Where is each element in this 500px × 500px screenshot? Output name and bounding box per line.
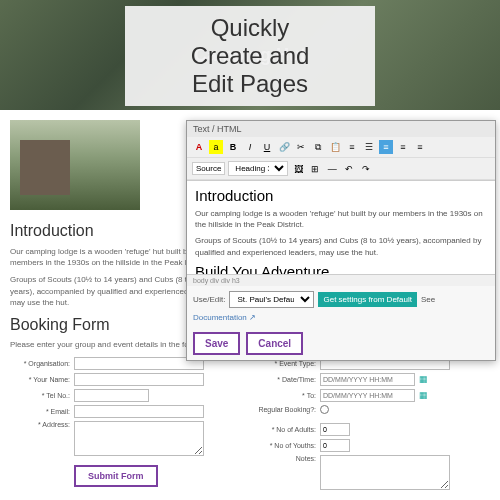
label-dt: * Date/Time: [256,376,316,383]
cut-icon[interactable]: ✂ [294,140,308,154]
label-youths: * No of Youths: [256,442,316,449]
editor-content[interactable]: Introduction Our camping lodge is a wood… [187,180,495,275]
editor-panel: Text / HTML A a B I U 🔗 ✂ ⧉ 📋 ≡ ☰ ≡ ≡ ≡ … [186,120,496,361]
link-icon[interactable]: 🔗 [277,140,291,154]
email-input[interactable] [74,405,204,418]
label-addr: * Address: [10,421,70,428]
submit-button[interactable]: Submit Form [74,465,158,487]
label-name: * Your Name: [10,376,70,383]
dt-input[interactable] [320,373,415,386]
reg-radio[interactable] [320,405,329,414]
paste-icon[interactable]: 📋 [328,140,342,154]
hut-photo [10,120,140,210]
bold-icon[interactable]: B [226,140,240,154]
ed-h1: Introduction [195,187,487,204]
underline-icon[interactable]: U [260,140,274,154]
ed-p2: Groups of Scouts (10½ to 14 years) and C… [195,235,487,257]
label-notes: Notes: [256,455,316,462]
highlight-icon[interactable]: a [209,140,223,154]
editor-title: Text / HTML [187,121,495,137]
addr-input[interactable] [74,421,204,456]
editor-toolbar-2: Source Heading 3 🖼 ⊞ — ↶ ↷ [187,158,495,180]
label-email: * Email: [10,408,70,415]
table-icon[interactable]: ⊞ [308,162,322,176]
image-icon[interactable]: 🖼 [291,162,305,176]
to-input[interactable] [320,389,415,402]
style-select[interactable]: Heading 3 [228,161,288,176]
align-left-icon[interactable]: ≡ [379,140,393,154]
tel-input[interactable] [74,389,149,402]
label-to: * To: [256,392,316,399]
label-tel: * Tel No.: [10,392,70,399]
name-input[interactable] [74,373,204,386]
ul-icon[interactable]: ☰ [362,140,376,154]
ed-h2: Build You Adventure [195,263,487,275]
label-adults: * No of Adults: [256,426,316,433]
adults-input[interactable] [320,423,350,436]
calendar-icon[interactable]: ▦ [419,390,429,400]
undo-icon[interactable]: ↶ [342,162,356,176]
save-button[interactable]: Save [193,332,240,355]
breadcrumb[interactable]: body div div h3 [187,275,495,286]
banner-line1: Quickly Create and [185,14,315,70]
get-settings-button[interactable]: Get settings from Default [318,292,416,307]
copy-icon[interactable]: ⧉ [311,140,325,154]
use-edit-label: Use/Edit: [193,295,225,304]
calendar-icon[interactable]: ▦ [419,374,429,384]
align-center-icon[interactable]: ≡ [396,140,410,154]
italic-icon[interactable]: I [243,140,257,154]
hr-icon[interactable]: — [325,162,339,176]
doc-link[interactable]: Documentation ↗ [193,313,256,322]
overlay-banner: Quickly Create and Edit Pages [125,6,375,106]
notes-input[interactable] [320,455,450,490]
ed-p1: Our camping lodge is a wooden 'refuge' h… [195,208,487,230]
banner-line2: Edit Pages [185,70,315,98]
source-button[interactable]: Source [192,162,225,175]
font-color-icon[interactable]: A [192,140,206,154]
youths-input[interactable] [320,439,350,452]
ol-icon[interactable]: ≡ [345,140,359,154]
redo-icon[interactable]: ↷ [359,162,373,176]
use-edit-select[interactable]: St. Paul's Default [229,291,314,308]
editor-toolbar-1: A a B I U 🔗 ✂ ⧉ 📋 ≡ ☰ ≡ ≡ ≡ [187,137,495,158]
org-input[interactable] [74,357,204,370]
see-label: See [421,295,435,304]
align-right-icon[interactable]: ≡ [413,140,427,154]
cancel-button[interactable]: Cancel [246,332,303,355]
label-org: * Organisation: [10,360,70,367]
label-reg: Regular Booking?: [256,406,316,413]
booking-form: * Organisation: * Your Name: * Tel No.: … [10,357,490,493]
